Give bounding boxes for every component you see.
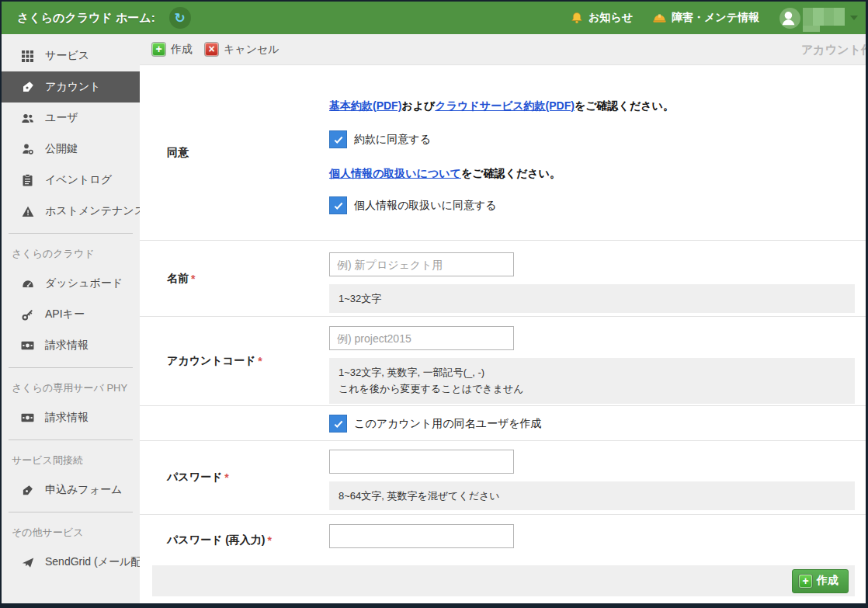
agreement-label: 同意 (140, 65, 329, 240)
user-key-icon (20, 143, 35, 155)
terms-instruction: 基本約款(PDF)およびクラウドサービス約款(PDF)をご確認ください。 (329, 99, 855, 113)
cancel-label: キャンセル (224, 43, 279, 57)
sidebar-item-services[interactable]: サービス (2, 40, 140, 71)
privacy-agree-checkbox[interactable] (329, 196, 347, 214)
account-code-hint: 1~32文字, 英数字, 一部記号(_, -) これを後から変更することはできま… (329, 358, 855, 404)
sidebar-item-dashboard[interactable]: ダッシュボード (2, 268, 140, 299)
sidebar-item-label: イベントログ (45, 173, 112, 187)
sidebar-divider (9, 512, 133, 512)
grid-icon (20, 50, 35, 62)
plus-icon: + (799, 575, 812, 588)
same-user-checkbox[interactable] (329, 415, 347, 433)
required-mark: * (224, 471, 228, 484)
window-border-top (0, 0, 868, 2)
account-create-form: 同意 基本約款(PDF)およびクラウドサービス約款(PDF)をご確認ください。 … (140, 65, 866, 596)
name-row: 名前* 1~32文字 (140, 241, 866, 317)
form-footer: + 作成 (152, 565, 855, 596)
sidebar-item-public-key[interactable]: 公開鍵 (2, 134, 140, 165)
sidebar-section-interconnect: サービス間接続 (2, 446, 140, 474)
refresh-button[interactable]: ↻ (169, 7, 191, 29)
page-title: アカウント作成 (801, 43, 866, 57)
users-icon (20, 113, 35, 124)
sidebar-item-label: 請求情報 (45, 339, 89, 353)
account-code-label: アカウントコード (167, 354, 255, 368)
app-title: さくらのクラウド ホーム: (17, 11, 155, 26)
chevron-down-icon (850, 16, 858, 20)
same-user-label: このアカウント用の同名ユーザを作成 (354, 417, 542, 431)
password-row: パスワード* 8~64文字, 英数字を混ぜてください (140, 441, 866, 515)
create-button[interactable]: + 作成 (152, 43, 193, 57)
name-input[interactable] (329, 252, 514, 276)
clipboard-icon (20, 174, 35, 186)
cloud-terms-pdf-link[interactable]: クラウドサービス約款(PDF) (435, 99, 575, 112)
privacy-instruction-tail: をご確認ください。 (461, 167, 561, 179)
refresh-icon: ↻ (175, 10, 186, 26)
cancel-button[interactable]: × キャンセル (205, 43, 279, 57)
name-hint: 1~32文字 (329, 284, 855, 313)
account-code-input[interactable] (329, 326, 514, 350)
terms-agree-checkbox[interactable] (329, 130, 347, 148)
action-toolbar: + 作成 × キャンセル アカウント作成 (140, 34, 866, 65)
window-border-left (0, 0, 2, 603)
create-label: 作成 (171, 43, 193, 57)
sidebar: サービス アカウント ユーザ 公開鍵 イベントログ ホストメンテナンス さくらの… (2, 34, 140, 603)
same-user-row: このアカウント用の同名ユーザを作成 (140, 406, 866, 441)
sidebar-item-label: サービス (45, 49, 89, 63)
sidebar-item-account[interactable]: アカウント (2, 71, 140, 102)
sidebar-item-billing-cloud[interactable]: 請求情報 (2, 330, 140, 361)
paper-plane-icon (20, 557, 35, 568)
sidebar-item-sendgrid[interactable]: SendGrid (メール配信) (2, 547, 140, 578)
incident-menu[interactable]: 障害・メンテ情報 (653, 11, 759, 25)
bill-icon (20, 341, 35, 350)
app-header: さくらのクラウド ホーム: ↻ お知らせ 障害・メンテ情報 (2, 2, 866, 34)
privacy-instruction: 個人情報の取扱いについてをご確認ください。 (329, 167, 855, 181)
close-icon: × (205, 43, 218, 56)
sidebar-item-label: ホストメンテナンス (45, 204, 145, 218)
password-hint: 8~64文字, 英数字を混ぜてください (329, 481, 855, 510)
terms-agree-label: 約款に同意する (354, 133, 431, 147)
sidebar-item-users[interactable]: ユーザ (2, 102, 140, 134)
check-icon (333, 134, 344, 145)
password-confirm-input[interactable] (329, 524, 514, 548)
hard-hat-icon (653, 12, 666, 23)
sidebar-item-billing-phy[interactable]: 請求情報 (2, 402, 140, 433)
password-input[interactable] (329, 450, 514, 474)
required-mark: * (191, 273, 195, 285)
sidebar-divider (9, 367, 133, 368)
sidebar-item-label: ダッシュボード (45, 276, 123, 290)
bell-icon (571, 12, 583, 24)
user-menu[interactable] (779, 5, 858, 31)
header-right: お知らせ 障害・メンテ情報 (571, 5, 859, 31)
sidebar-item-host-maintenance[interactable]: ホストメンテナンス (2, 196, 140, 227)
sidebar-item-label: 申込みフォーム (45, 483, 122, 497)
sidebar-item-event-log[interactable]: イベントログ (2, 165, 140, 196)
password-label: パスワード (167, 471, 222, 485)
warning-triangle-icon (20, 206, 35, 217)
plus-icon: + (152, 43, 165, 56)
sidebar-item-application-form[interactable]: 申込みフォーム (2, 474, 140, 506)
required-mark: * (258, 355, 262, 367)
name-label: 名前 (167, 272, 189, 286)
gauge-icon (20, 279, 35, 289)
terms-pdf-link[interactable]: 基本約款(PDF) (329, 99, 401, 112)
sidebar-section-other: その他サービス (2, 519, 140, 547)
agreement-row: 同意 基本約款(PDF)およびクラウドサービス約款(PDF)をご確認ください。 … (140, 65, 866, 241)
sidebar-section-phy: さくらの専用サーバ PHY (2, 374, 140, 402)
submit-create-button[interactable]: + 作成 (792, 569, 849, 593)
account-code-hint-line1: 1~32文字, 英数字, 一部記号(_, -) (339, 364, 845, 380)
notice-menu[interactable]: お知らせ (571, 11, 633, 25)
key-icon (20, 309, 35, 321)
password-confirm-row: パスワード (再入力)* (140, 515, 866, 565)
pen-nib-icon (20, 81, 35, 93)
terms-instruction-mid: および (401, 99, 435, 112)
user-avatar (779, 8, 800, 29)
sidebar-item-label: アカウント (45, 80, 101, 94)
privacy-policy-link[interactable]: 個人情報の取扱いについて (329, 167, 461, 179)
terms-instruction-tail: をご確認ください。 (575, 99, 674, 112)
submit-create-label: 作成 (817, 574, 838, 588)
account-code-row: アカウントコード* 1~32文字, 英数字, 一部記号(_, -) これを後から… (140, 317, 866, 406)
sidebar-item-api-key[interactable]: APIキー (2, 299, 140, 330)
incident-label: 障害・メンテ情報 (672, 11, 759, 25)
pen-nib-icon (20, 485, 35, 496)
bill-icon (20, 413, 35, 422)
